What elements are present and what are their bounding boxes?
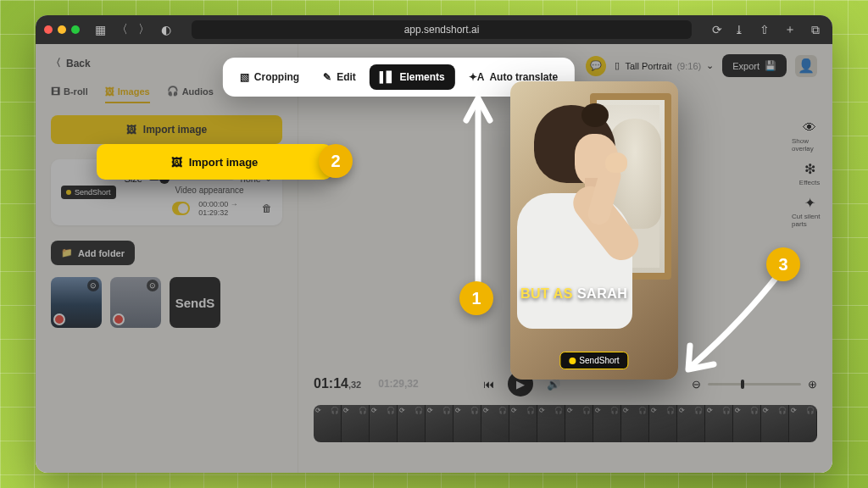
reload-icon[interactable]: ⟳ (709, 21, 726, 38)
sidebar-toggle-icon[interactable]: ▦ (92, 21, 108, 38)
appearance-label: Video appearance (175, 186, 272, 195)
tab-images-label: Images (118, 86, 150, 97)
brand-chip: SendShort (61, 186, 116, 199)
timeline-frame[interactable]: ⟳🎧 (342, 405, 370, 442)
import-image-label-2: Import image (189, 156, 259, 169)
thumb-brand[interactable]: SendS (170, 277, 220, 328)
timeline-frame[interactable]: ⟳🎧 (426, 405, 453, 442)
browser-chrome: ▦ 〈 〉 ◐ app.sendshort.ai ⟳ ⤓ ⇧ ＋ ⧉ (36, 15, 832, 44)
timeline-area: 01:14,32 01:29,32 ⏮ ▶ 🔊 ⊖ ⊕ ⟳🎧⟳🎧⟳🎧⟳🎧⟳🎧⟳ (314, 371, 817, 473)
timeline-frame[interactable]: ⟳🎧 (370, 405, 398, 442)
add-folder-button[interactable]: 📁 Add folder (51, 241, 135, 265)
timeline-frame[interactable]: ⟳🎧 (509, 405, 537, 442)
share-icon[interactable]: ⇧ (756, 21, 773, 38)
zoom-in-icon[interactable]: ⊕ (808, 378, 817, 391)
new-tab-icon[interactable]: ＋ (782, 21, 798, 38)
end-time: 01:29,32 (378, 378, 418, 390)
chevron-down-icon: ⌄ (706, 60, 714, 71)
appearance-toggle[interactable] (172, 202, 191, 215)
timeline-frame[interactable]: ⟳🎧 (649, 405, 677, 442)
traffic-lights (44, 25, 80, 34)
timeline-frame[interactable]: ⟳🎧 (537, 405, 565, 442)
watermark-label: SendShort (579, 356, 619, 365)
thumb-storm[interactable]: ⊙ (110, 277, 161, 328)
timeline-frame[interactable]: ⟳🎧 (398, 405, 426, 442)
timeline-frame[interactable]: ⟳🎧 (481, 405, 509, 442)
timeline-frame[interactable]: ⟳🎧 (789, 405, 817, 442)
rec-indicator-icon (113, 313, 125, 325)
timeline-frame[interactable]: ⟳🎧 (677, 405, 705, 442)
translate-icon: ✦A (469, 71, 485, 83)
video-preview[interactable]: BUT AS SARAH SendShort (510, 81, 678, 380)
timeline-frame[interactable]: ⟳🎧 (621, 405, 649, 442)
nav-forward-icon[interactable]: 〉 (136, 21, 153, 38)
tool-cropping[interactable]: ▧Cropping (230, 64, 309, 90)
watermark-chip[interactable]: SendShort (559, 352, 628, 369)
format-select[interactable]: ▯ Tall Portrait (9:16) ⌄ (615, 60, 714, 71)
zoom-slider[interactable] (708, 383, 801, 385)
format-label: Tall Portrait (625, 61, 671, 71)
brand-dot-icon (66, 190, 71, 195)
timeline-frame[interactable]: ⟳🎧 (593, 405, 621, 442)
timeline-frame[interactable]: ⟳🎧 (705, 405, 733, 442)
tab-audios[interactable]: 🎧 Audios (167, 86, 214, 103)
thumb-menu-icon[interactable]: ⊙ (147, 280, 159, 291)
tool-edit[interactable]: ✎Edit (313, 64, 366, 90)
subtitle-caption: BUT AS SARAH (520, 286, 668, 302)
import-image-button[interactable]: 🖼 Import image (51, 115, 282, 144)
callout-3: 3 (766, 247, 800, 281)
tab-broll-label: B-roll (64, 86, 88, 97)
back-label: Back (66, 58, 91, 69)
trash-icon[interactable]: 🗑 (262, 202, 272, 214)
prev-icon[interactable]: ⏮ (483, 378, 494, 391)
import-image-label: Import image (143, 124, 207, 136)
crop-icon: ▧ (240, 71, 249, 83)
minimize-window-icon[interactable] (58, 25, 66, 34)
brand-chip-label: SendShort (75, 188, 111, 197)
maximize-window-icon[interactable] (71, 25, 80, 34)
tool-elements[interactable]: ▌▋Elements (370, 64, 455, 90)
arrow-3 (680, 269, 790, 380)
tab-broll[interactable]: 🎞 B-roll (51, 86, 88, 103)
tabs-icon[interactable]: ⧉ (807, 21, 824, 38)
timeline-frame[interactable]: ⟳🎧 (761, 405, 789, 442)
timeline-frame[interactable]: ⟳🎧 (733, 405, 761, 442)
tc-main-val: 01:14 (314, 376, 348, 391)
nav-back-icon[interactable]: 〈 (114, 21, 131, 38)
arrow-1 (459, 92, 510, 286)
timeline-frame[interactable]: ⟳🎧 (453, 405, 481, 442)
tab-images[interactable]: 🖼 Images (105, 86, 150, 103)
add-folder-label: Add folder (78, 248, 125, 258)
download-icon[interactable]: ⤓ (731, 21, 748, 38)
user-avatar[interactable]: 👤 (795, 55, 817, 77)
callout-1-num: 1 (471, 289, 481, 308)
left-sidebar: 〈 Back 🎞 B-roll 🖼 Images 🎧 Audios T (36, 44, 298, 473)
timeline-frame[interactable]: ⟳🎧 (565, 405, 593, 442)
import-icon: 🖼 (171, 156, 182, 169)
export-button[interactable]: Export 💾 (722, 54, 787, 77)
app-body: 〈 Back 🎞 B-roll 🖼 Images 🎧 Audios T (36, 44, 832, 473)
url-text: app.sendshort.ai (404, 24, 480, 36)
timeline-frames[interactable]: ⟳🎧⟳🎧⟳🎧⟳🎧⟳🎧⟳🎧⟳🎧⟳🎧⟳🎧⟳🎧⟳🎧⟳🎧⟳🎧⟳🎧⟳🎧⟳🎧⟳🎧⟳🎧 (314, 405, 817, 442)
import-icon: 🖼 (126, 124, 136, 136)
thumb-city[interactable]: ⊙ (51, 277, 102, 328)
image-thumbnails: ⊙ ⊙ SendS (51, 277, 282, 328)
caption-w2: AS (554, 286, 573, 301)
rec-indicator-icon (53, 313, 65, 325)
close-window-icon[interactable] (44, 25, 53, 34)
url-bar[interactable]: app.sendshort.ai (192, 20, 692, 39)
callout-1: 1 (459, 281, 493, 315)
thumb-menu-icon[interactable]: ⊙ (87, 280, 99, 291)
timeline-frame[interactable]: ⟳🎧 (314, 405, 342, 442)
caption-w1: BUT (520, 286, 549, 301)
elements-label: Elements (399, 71, 444, 83)
import-image-highlight[interactable]: 🖼 Import image (97, 144, 332, 180)
shield-icon[interactable]: ◐ (158, 21, 175, 38)
film-icon: 🎞 (51, 86, 60, 97)
browser-window: ▦ 〈 〉 ◐ app.sendshort.ai ⟳ ⤓ ⇧ ＋ ⧉ 〈 Bac… (36, 15, 832, 473)
phone-icon: ▯ (615, 60, 620, 71)
project-menu[interactable]: 💬 (586, 56, 606, 76)
pencil-icon: ✎ (323, 71, 331, 83)
elements-icon: ▌▋ (380, 71, 395, 83)
tc-frac: ,32 (348, 380, 361, 390)
